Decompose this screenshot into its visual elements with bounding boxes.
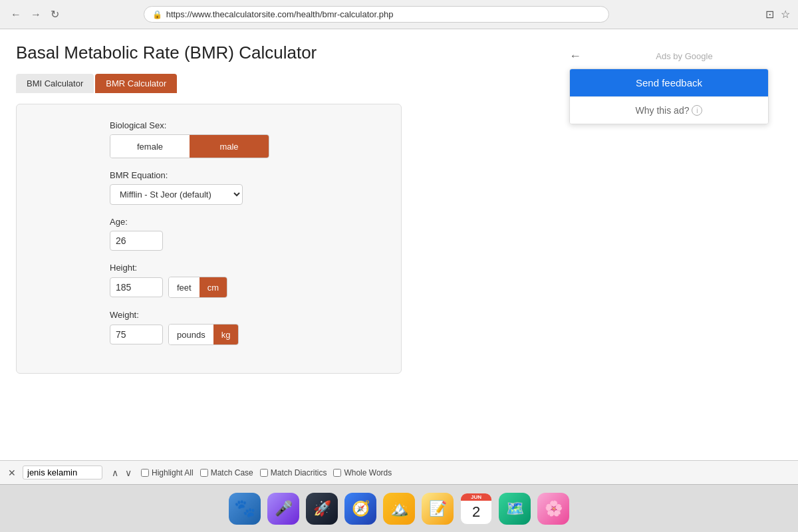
find-next-button[interactable]: ∨: [122, 466, 134, 479]
dock-notes[interactable]: 📝: [420, 491, 455, 526]
find-prev-button[interactable]: ∧: [109, 466, 121, 479]
sex-toggle: female male: [110, 134, 269, 158]
height-input[interactable]: [110, 277, 163, 297]
page-content: Basal Metabolic Rate (BMR) Calculator BM…: [0, 29, 798, 484]
calendar-day: 2: [461, 501, 491, 524]
dock-safari[interactable]: 🧭: [343, 491, 378, 526]
age-label: Age:: [110, 217, 385, 227]
page-inner: Basal Metabolic Rate (BMR) Calculator BM…: [0, 29, 798, 460]
equation-select[interactable]: Mifflin - St Jeor (default) Harris-Bened…: [110, 184, 243, 205]
weight-unit-toggle: pounds kg: [168, 324, 239, 345]
height-group: Height: feet cm: [110, 263, 385, 298]
match-case-option[interactable]: Match Case: [200, 468, 253, 477]
highlight-all-label: Highlight All: [152, 468, 194, 477]
ads-popup: Send feedback Why this ad? i: [569, 68, 769, 124]
dock-launchpad[interactable]: 🚀: [305, 491, 339, 526]
find-nav-buttons: ∧ ∨: [109, 466, 134, 479]
calendar-icon: JUN 2: [460, 493, 492, 525]
dock-maps[interactable]: 🗺️: [497, 491, 532, 526]
forward-button[interactable]: →: [28, 7, 44, 22]
match-case-checkbox[interactable]: [200, 469, 208, 477]
height-cm-button[interactable]: cm: [200, 277, 227, 297]
dock-photos-small[interactable]: 🏔️: [382, 491, 416, 526]
sex-male-button[interactable]: male: [190, 135, 269, 158]
highlight-all-checkbox[interactable]: [141, 469, 149, 477]
whole-words-label: Whole Words: [344, 468, 392, 477]
find-input[interactable]: [23, 466, 102, 479]
right-column: ← Ads by Google Send feedback Why this a…: [569, 43, 782, 447]
browser-chrome: ← → ↻ 🔒 https://www.thecalculatorsite.co…: [0, 0, 798, 29]
left-column: Basal Metabolic Rate (BMR) Calculator BM…: [16, 43, 543, 447]
page-title: Basal Metabolic Rate (BMR) Calculator: [16, 43, 543, 63]
ads-back-button[interactable]: ←: [569, 49, 581, 63]
nav-buttons: ← → ↻: [8, 7, 62, 22]
save-page-button[interactable]: ⊡: [765, 8, 774, 21]
url-text: https://www.thecalculatorsite.com/health…: [166, 9, 600, 19]
sex-label: Biological Sex:: [110, 120, 385, 130]
match-case-label: Match Case: [211, 468, 253, 477]
calculator-card: Biological Sex: female male BMR Equation…: [16, 104, 402, 374]
sex-female-button[interactable]: female: [110, 135, 190, 158]
dock-calendar[interactable]: JUN 2: [459, 491, 493, 526]
age-group: Age:: [110, 217, 385, 251]
back-button[interactable]: ←: [8, 7, 24, 22]
weight-kg-button[interactable]: kg: [213, 325, 239, 344]
browser-actions: ⊡ ☆: [765, 8, 790, 21]
why-this-ad-button[interactable]: Why this ad? i: [570, 96, 768, 124]
height-feet-button[interactable]: feet: [169, 277, 200, 297]
tab-bmr-calculator[interactable]: BMR Calculator: [95, 74, 177, 93]
dock-siri[interactable]: 🎤: [266, 491, 301, 526]
highlight-all-option[interactable]: Highlight All: [141, 468, 194, 477]
match-diacritics-label: Match Diacritics: [271, 468, 327, 477]
match-diacritics-option[interactable]: Match Diacritics: [260, 468, 327, 477]
whole-words-option[interactable]: Whole Words: [333, 468, 392, 477]
sex-group: Biological Sex: female male: [110, 120, 385, 158]
info-icon: i: [692, 105, 702, 116]
tab-bar: BMI Calculator BMR Calculator: [16, 74, 543, 93]
height-label: Height:: [110, 263, 385, 273]
dock-photos[interactable]: 🌸: [536, 491, 571, 526]
address-bar[interactable]: 🔒 https://www.thecalculatorsite.com/heal…: [144, 6, 609, 23]
age-input[interactable]: [110, 231, 163, 251]
equation-group: BMR Equation: Mifflin - St Jeor (default…: [110, 170, 385, 205]
tab-bmi-calculator[interactable]: BMI Calculator: [16, 74, 94, 93]
weight-label: Weight:: [110, 310, 385, 320]
weight-row: pounds kg: [110, 324, 385, 345]
ads-label: Ads by Google: [656, 51, 712, 61]
equation-label: BMR Equation:: [110, 170, 385, 180]
weight-group: Weight: pounds kg: [110, 310, 385, 345]
ads-container: ← Ads by Google Send feedback Why this a…: [569, 49, 782, 124]
refresh-button[interactable]: ↻: [48, 7, 62, 22]
ads-header: ← Ads by Google: [569, 49, 782, 63]
bookmark-button[interactable]: ☆: [781, 8, 790, 21]
dock-finder[interactable]: 🐾: [227, 491, 262, 526]
whole-words-checkbox[interactable]: [333, 469, 341, 477]
find-bar: ✕ ∧ ∨ Highlight All Match Case Match Dia…: [0, 460, 798, 484]
match-diacritics-checkbox[interactable]: [260, 469, 268, 477]
weight-input[interactable]: [110, 325, 163, 344]
weight-pounds-button[interactable]: pounds: [169, 325, 213, 344]
dock-bar: 🐾 🎤 🚀 🧭 🏔️ 📝 JUN 2 🗺️: [0, 484, 798, 532]
why-this-ad-text: Why this ad?: [636, 105, 690, 116]
height-unit-toggle: feet cm: [168, 277, 227, 298]
height-row: feet cm: [110, 277, 385, 298]
calendar-month: JUN: [461, 493, 491, 501]
send-feedback-button[interactable]: Send feedback: [570, 69, 768, 96]
find-close-button[interactable]: ✕: [8, 467, 16, 478]
lock-icon: 🔒: [152, 10, 162, 19]
